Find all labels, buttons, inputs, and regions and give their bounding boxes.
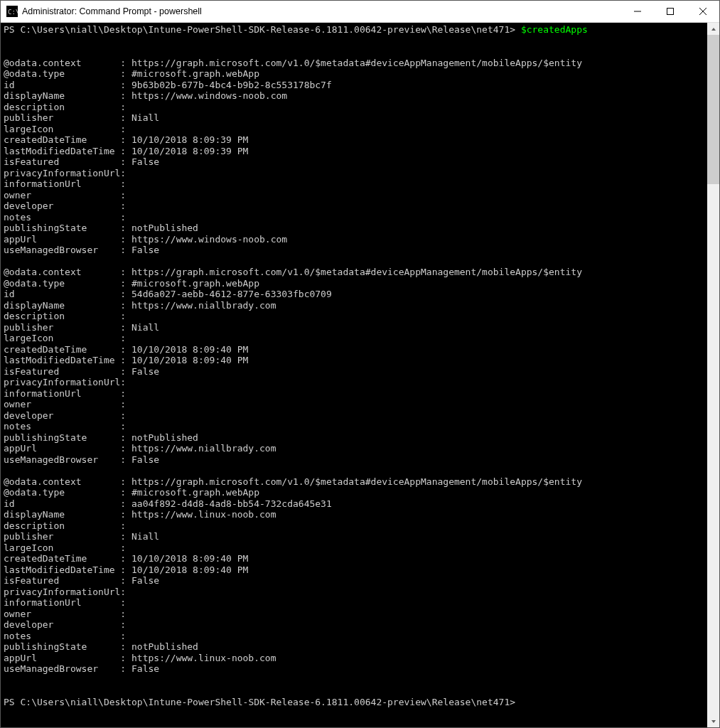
property-line: id : 54d6a027-aebb-4612-877e-63303fbc070… — [4, 289, 707, 300]
property-line: @odata.context : https://graph.microsoft… — [4, 476, 707, 488]
property-line: informationUrl : — [4, 178, 707, 190]
property-line: useManagedBrowser : False — [4, 663, 707, 675]
property-line: appUrl : https://www.niallbrady.com — [4, 443, 707, 454]
property-line: @odata.type : #microsoft.graph.webApp — [4, 278, 707, 289]
property-line: notes : — [4, 631, 707, 642]
terminal-output[interactable]: PS C:\Users\niall\Desktop\Intune-PowerSh… — [1, 23, 707, 727]
property-line: notes : — [4, 212, 707, 223]
blank-line — [4, 256, 707, 267]
property-line: appUrl : https://www.windows-noob.com — [4, 234, 707, 245]
ps-command: $createdApps — [521, 24, 588, 35]
window-controls — [621, 1, 719, 22]
ps-suffix: > — [510, 697, 521, 707]
app-window: C:\ Administrator: Command Prompt - powe… — [0, 0, 720, 728]
property-line: largeIcon : — [4, 542, 707, 554]
property-line: publisher : Niall — [4, 531, 707, 542]
property-line: developer : — [4, 200, 707, 212]
scroll-down-button[interactable] — [707, 715, 719, 727]
property-line: publishingState : notPublished — [4, 432, 707, 444]
property-line: informationUrl : — [4, 597, 707, 609]
property-line: createdDateTime : 10/10/2018 8:09:40 PM — [4, 344, 707, 355]
property-line: largeIcon : — [4, 124, 707, 135]
property-line: @odata.type : #microsoft.graph.webApp — [4, 487, 707, 498]
scroll-up-button[interactable] — [707, 23, 719, 35]
ps-path: C:\Users\niall\Desktop\Intune-PowerShell… — [20, 697, 510, 707]
property-line: description : — [4, 520, 707, 532]
property-line: privacyInformationUrl: — [4, 587, 707, 598]
blank-line — [4, 465, 707, 476]
ps-prefix: PS — [4, 697, 20, 707]
property-line: description : — [4, 102, 707, 113]
client-area: PS C:\Users\niall\Desktop\Intune-PowerSh… — [1, 23, 719, 727]
property-line: publisher : Niall — [4, 112, 707, 124]
prompt-line-input[interactable]: PS C:\Users\niall\Desktop\Intune-PowerSh… — [4, 24, 707, 36]
property-line: displayName : https://www.windows-noob.c… — [4, 90, 707, 102]
property-line: description : — [4, 311, 707, 322]
property-line: isFeatured : False — [4, 156, 707, 168]
property-line: developer : — [4, 619, 707, 631]
property-line: useManagedBrowser : False — [4, 454, 707, 466]
app-icon: C:\ — [6, 6, 18, 17]
blank-line — [4, 36, 707, 47]
property-line: createdDateTime : 10/10/2018 8:09:39 PM — [4, 134, 707, 146]
property-line: notes : — [4, 421, 707, 432]
ps-path: C:\Users\niall\Desktop\Intune-PowerShell… — [20, 24, 510, 35]
property-line: id : aa04f892-d4d8-4ad8-bb54-732cda645e3… — [4, 498, 707, 510]
blank-line — [4, 46, 707, 58]
property-line: @odata.context : https://graph.microsoft… — [4, 267, 707, 278]
svg-rect-3 — [667, 9, 674, 15]
property-line: owner : — [4, 190, 707, 201]
window-title: Administrator: Command Prompt - powershe… — [22, 6, 621, 16]
prompt-line: PS C:\Users\niall\Desktop\Intune-PowerSh… — [4, 697, 707, 708]
property-line: publisher : Niall — [4, 322, 707, 333]
property-line: developer : — [4, 410, 707, 422]
property-line: publishingState : notPublished — [4, 641, 707, 653]
property-line: informationUrl : — [4, 388, 707, 400]
property-line: displayName : https://www.linux-noob.com — [4, 509, 707, 520]
vertical-scrollbar[interactable] — [707, 23, 719, 727]
property-line: isFeatured : False — [4, 575, 707, 587]
property-line: @odata.context : https://graph.microsoft… — [4, 58, 707, 69]
property-line: id : 9b63b02b-677b-4bc4-b9b2-8c553178bc7… — [4, 80, 707, 91]
property-line: publishingState : notPublished — [4, 223, 707, 234]
property-line: displayName : https://www.niallbrady.com — [4, 300, 707, 311]
property-line: privacyInformationUrl: — [4, 377, 707, 388]
ps-prefix: PS — [4, 24, 20, 35]
property-line: isFeatured : False — [4, 366, 707, 378]
property-line: owner : — [4, 399, 707, 410]
close-button[interactable] — [687, 1, 719, 22]
title-bar[interactable]: C:\ Administrator: Command Prompt - powe… — [1, 1, 719, 23]
scrollbar-track[interactable] — [707, 35, 719, 715]
property-line: @odata.type : #microsoft.graph.webApp — [4, 68, 707, 80]
property-line: owner : — [4, 609, 707, 620]
blank-line — [4, 675, 707, 686]
maximize-button[interactable] — [654, 1, 687, 22]
property-line: createdDateTime : 10/10/2018 8:09:40 PM — [4, 553, 707, 564]
scrollbar-thumb[interactable] — [707, 35, 719, 184]
minimize-button[interactable] — [621, 1, 654, 22]
property-line: lastModifiedDateTime : 10/10/2018 8:09:4… — [4, 564, 707, 576]
ps-suffix: > — [510, 24, 521, 35]
property-line: largeIcon : — [4, 333, 707, 344]
blank-line — [4, 685, 707, 697]
property-line: appUrl : https://www.linux-noob.com — [4, 653, 707, 664]
property-line: lastModifiedDateTime : 10/10/2018 8:09:4… — [4, 355, 707, 366]
property-line: useManagedBrowser : False — [4, 245, 707, 256]
property-line: lastModifiedDateTime : 10/10/2018 8:09:3… — [4, 146, 707, 157]
svg-text:C:\: C:\ — [8, 9, 18, 16]
property-line: privacyInformationUrl: — [4, 168, 707, 179]
